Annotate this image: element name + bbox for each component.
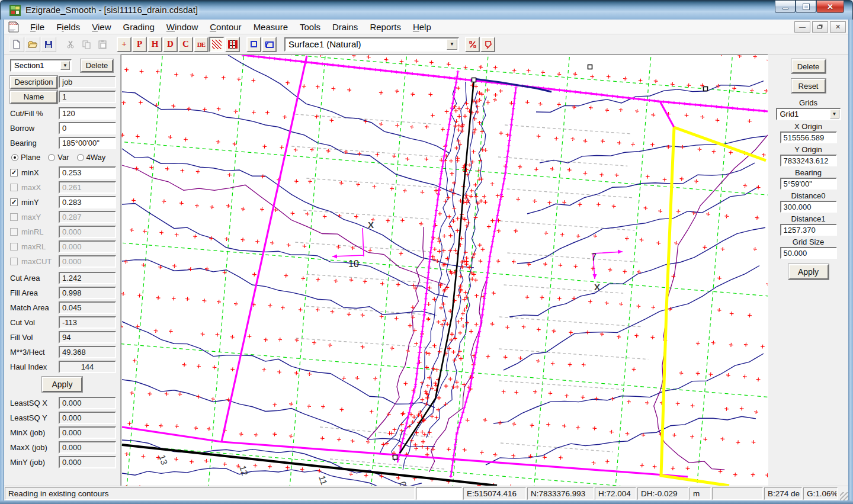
menu-measure[interactable]: Measure <box>248 21 294 33</box>
menu-view[interactable]: View <box>86 21 117 33</box>
menu-help[interactable]: Help <box>407 21 437 33</box>
result-row-cut-area: Cut Area <box>10 272 120 284</box>
checkbox-miny[interactable]: ✓ <box>10 198 18 206</box>
tool-p-button[interactable]: P <box>132 37 147 52</box>
field-x-origin[interactable] <box>780 131 837 143</box>
menu-fields[interactable]: Fields <box>50 21 86 33</box>
field-cut-fill[interactable] <box>59 107 116 120</box>
point-label-10: 10 <box>348 259 359 269</box>
rectangle-tool-button[interactable] <box>246 37 261 52</box>
application-window: { "window": { "title": "Ezigrade_Smooth … <box>0 0 853 504</box>
menu-grading[interactable]: Grading <box>117 21 160 33</box>
toolbar: +PHDCDE ▼ <box>4 34 848 54</box>
field-distance1[interactable] <box>780 224 837 236</box>
section-select-value[interactable] <box>11 61 60 70</box>
field-maxx <box>59 181 116 194</box>
radio-4way[interactable]: 4Way <box>77 153 106 162</box>
field-m-3-hect[interactable] <box>59 346 116 358</box>
tool-d-button[interactable]: D <box>163 37 178 52</box>
close-button[interactable]: ✕ <box>816 1 844 13</box>
menu-drains[interactable]: Drains <box>326 21 364 33</box>
mdi-minimize-button[interactable]: — <box>794 21 810 33</box>
field-bearing[interactable] <box>59 137 116 149</box>
field-y-origin[interactable] <box>780 155 837 166</box>
radio-var[interactable]: Var <box>48 153 69 162</box>
label-x-origin: X Origin <box>768 122 848 131</box>
field-minx[interactable] <box>59 166 116 179</box>
name-button[interactable]: Name <box>10 91 57 104</box>
label-flag-button[interactable] <box>480 37 495 52</box>
zoom-window-button[interactable] <box>262 37 277 52</box>
drawing-canvas[interactable]: 1312110107XX <box>121 54 768 486</box>
field-distance0[interactable] <box>780 201 837 213</box>
menu-tools[interactable]: Tools <box>294 21 326 33</box>
tool-c-button[interactable]: C <box>178 37 193 52</box>
field-match-area[interactable] <box>59 301 116 314</box>
field-cut-area[interactable] <box>59 272 116 284</box>
section-select[interactable]: ▼ <box>10 59 72 72</box>
section-delete-button[interactable]: Delete <box>81 59 113 72</box>
apply-button[interactable]: Apply <box>42 377 82 392</box>
check-row-miny: ✓minY <box>10 196 120 208</box>
resize-grip[interactable] <box>840 492 848 500</box>
surface-dropdown-arrow-icon[interactable]: ▼ <box>447 39 457 50</box>
grid-apply-button[interactable]: Apply <box>788 264 829 280</box>
grid-reset-button[interactable]: Reset <box>791 79 826 93</box>
status-input[interactable] <box>416 487 462 500</box>
field-bearing[interactable] <box>780 178 837 190</box>
field-leastsq-x[interactable] <box>59 397 116 409</box>
checkbox-minx[interactable]: ✓ <box>10 169 18 176</box>
menu-window[interactable]: Window <box>161 21 204 33</box>
field-borrow[interactable] <box>59 122 116 134</box>
field-maxx-job[interactable] <box>59 441 116 454</box>
label-flag-icon <box>483 40 493 49</box>
field-cut-vol[interactable] <box>59 316 116 329</box>
mdi-restore-button[interactable] <box>812 21 828 33</box>
description-field[interactable] <box>59 76 116 88</box>
label-borrow: Borrow <box>10 124 34 133</box>
field-minx-job[interactable] <box>59 426 116 439</box>
menu-file[interactable]: File <box>24 21 50 33</box>
save-button[interactable] <box>41 37 56 52</box>
station-label-0: 0 <box>397 480 409 486</box>
name-field[interactable] <box>59 91 116 103</box>
label-match-area: Match Area <box>10 303 49 312</box>
field-miny-job[interactable] <box>59 456 116 468</box>
radio-dot-plane[interactable] <box>11 154 18 161</box>
title-bar[interactable]: Ezigrade_Smooth - [sisl11116_drain.cdsda… <box>0 0 853 20</box>
menu-reports[interactable]: Reports <box>364 21 407 33</box>
surface-select-value[interactable] <box>286 39 446 49</box>
menu-contour[interactable]: Contour <box>204 21 247 33</box>
grid-select[interactable]: ▼ <box>776 108 841 120</box>
field-leastsq-y[interactable] <box>59 412 116 424</box>
grid-dropdown-arrow-icon[interactable]: ▼ <box>830 110 839 118</box>
radio-plane[interactable]: Plane <box>11 153 40 162</box>
new-button[interactable] <box>9 37 24 52</box>
surface-select[interactable]: ▼ <box>284 37 459 52</box>
minimize-button[interactable] <box>775 1 796 13</box>
section-dropdown-arrow-icon[interactable]: ▼ <box>60 61 70 70</box>
tool-add-point-button[interactable]: + <box>117 37 132 52</box>
label-fill-area: Fill Area <box>10 288 38 297</box>
grid-select-value[interactable] <box>777 110 829 118</box>
hatch-display-button[interactable] <box>209 37 225 52</box>
radio-dot-var[interactable] <box>48 154 55 161</box>
mdi-close-button[interactable]: ✕ <box>830 21 846 33</box>
grid-delete-button[interactable]: Delete <box>791 59 826 73</box>
field-haul-index[interactable] <box>59 361 116 373</box>
description-button[interactable]: Description <box>10 76 57 89</box>
radio-dot-4way[interactable] <box>77 154 84 161</box>
document-icon[interactable]: DOC1 <box>8 21 20 33</box>
tool-de-button[interactable]: DE <box>194 37 209 52</box>
field-fill-area[interactable] <box>59 287 116 299</box>
maximize-button[interactable] <box>796 1 816 13</box>
tool-h-button[interactable]: H <box>147 37 162 52</box>
mdi-window-controls: — ✕ <box>793 21 846 33</box>
slope-percent-button[interactable] <box>465 37 480 52</box>
field-grid-size[interactable] <box>780 247 837 259</box>
field-miny[interactable] <box>59 196 116 208</box>
grid-display-button[interactable] <box>225 37 240 52</box>
plan-view-drawing[interactable]: 1312110107XX <box>121 55 768 486</box>
field-fill-vol[interactable] <box>59 331 116 344</box>
open-button[interactable] <box>25 37 40 52</box>
